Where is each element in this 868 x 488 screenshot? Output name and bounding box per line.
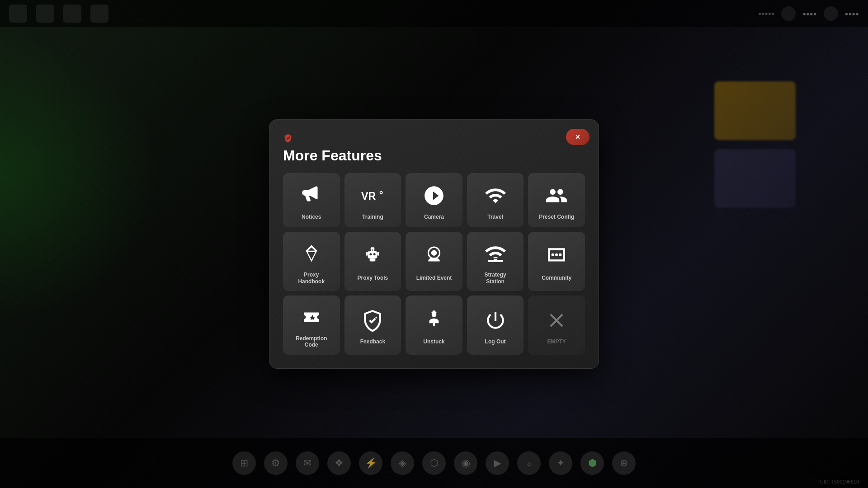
redemption-code-label: Redemption Code (296, 335, 327, 348)
proxy-tools-icon (359, 243, 386, 270)
redemption-code-button[interactable]: Redemption Code (283, 296, 340, 355)
unstuck-label: Unstuck (423, 338, 444, 345)
features-grid: Notices VR Training (283, 173, 585, 355)
training-button[interactable]: VR Training (344, 173, 401, 227)
preset-config-button[interactable]: Preset Config (528, 173, 585, 227)
limited-event-button[interactable]: Limited Event (406, 232, 462, 291)
notices-label: Notices (302, 214, 321, 220)
proxy-tools-button[interactable]: Proxy Tools (344, 232, 401, 291)
camera-icon (420, 182, 448, 209)
community-icon (543, 243, 570, 270)
svg-rect-5 (366, 252, 368, 256)
redemption-code-icon (298, 304, 325, 331)
more-features-modal: More Features × Notices VR (269, 119, 599, 369)
proxy-handbook-button[interactable]: Proxy Handbook (283, 232, 340, 291)
log-out-icon (482, 307, 509, 334)
training-icon: VR (359, 182, 386, 209)
empty-slot: EMPTY (528, 296, 585, 355)
training-label: Training (362, 214, 383, 220)
log-out-button[interactable]: Log Out (467, 296, 524, 355)
notices-button[interactable]: Notices (283, 173, 340, 227)
community-label: Community (542, 275, 571, 281)
close-button[interactable]: × (566, 129, 590, 145)
svg-rect-14 (491, 258, 499, 259)
travel-label: Travel (487, 214, 503, 220)
proxy-tools-label: Proxy Tools (357, 275, 388, 281)
feedback-label: Feedback (360, 338, 385, 345)
camera-button[interactable]: Camera (406, 173, 462, 227)
svg-point-8 (373, 253, 376, 256)
limited-event-icon (420, 243, 448, 270)
alert-shield-icon (283, 133, 293, 143)
svg-point-7 (370, 253, 372, 256)
svg-point-11 (431, 250, 437, 256)
notices-icon (298, 182, 325, 209)
modal-title: More Features (283, 147, 585, 164)
travel-icon (482, 182, 509, 209)
svg-rect-6 (377, 252, 379, 256)
feedback-icon (359, 307, 386, 334)
travel-button[interactable]: Travel (467, 173, 524, 227)
svg-point-16 (555, 253, 558, 256)
camera-label: Camera (424, 214, 444, 220)
proxy-handbook-label: Proxy Handbook (298, 272, 325, 285)
preset-config-label: Preset Config (539, 214, 574, 220)
strategy-station-button[interactable]: Strategy Station (467, 232, 524, 291)
feedback-button[interactable]: Feedback (344, 296, 401, 355)
log-out-label: Log Out (485, 338, 506, 345)
close-icon: × (576, 132, 580, 142)
modal-overlay: More Features × Notices VR (0, 0, 868, 488)
svg-text:VR: VR (361, 190, 376, 202)
svg-point-17 (559, 253, 561, 256)
empty-label: EMPTY (547, 338, 566, 345)
community-button[interactable]: Community (528, 232, 585, 291)
limited-event-label: Limited Event (416, 275, 452, 281)
empty-icon (543, 307, 570, 334)
svg-point-15 (552, 253, 554, 256)
strategy-station-icon (482, 240, 509, 267)
svg-rect-13 (488, 260, 503, 262)
unstuck-button[interactable]: Unstuck (406, 296, 462, 355)
alert-indicator (283, 133, 293, 145)
unstuck-icon (420, 307, 448, 334)
svg-rect-3 (368, 251, 377, 259)
strategy-station-label: Strategy Station (485, 272, 506, 285)
svg-point-2 (381, 192, 382, 193)
proxy-handbook-icon (298, 240, 325, 267)
preset-config-icon (543, 182, 570, 209)
svg-rect-4 (370, 259, 376, 262)
